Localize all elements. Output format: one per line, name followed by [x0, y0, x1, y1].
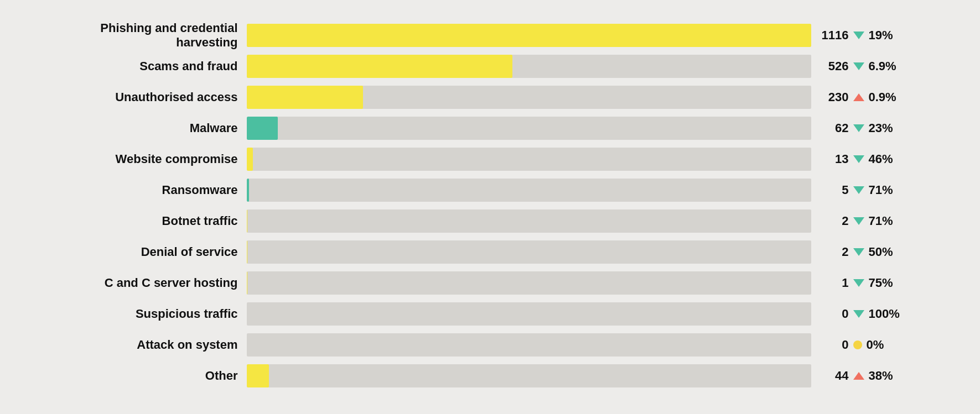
row-label-suspicious: Suspicious traffic: [42, 307, 247, 321]
bar-track-botnet: [247, 209, 811, 233]
row-pct-attack: 0%: [867, 338, 900, 352]
bar-track-malware: [247, 117, 811, 140]
arrow-down-icon-dos: [853, 248, 864, 256]
chart-row-phishing: Phishing and credential harvesting111619…: [42, 22, 938, 49]
bar-fill-other: [247, 364, 269, 387]
bar-fill-unauth: [247, 86, 363, 109]
row-stats-unauth: 2300.9%: [811, 90, 938, 104]
bar-track-dos: [247, 240, 811, 264]
row-label-candc: C and C server hosting: [42, 276, 247, 290]
bar-track-attack: [247, 333, 811, 357]
neutral-icon-attack: [853, 340, 862, 349]
bar-track-unauth: [247, 86, 811, 109]
row-label-malware: Malware: [42, 121, 247, 135]
row-pct-ransomware: 71%: [869, 183, 902, 197]
row-count-website: 13: [821, 152, 849, 166]
row-pct-botnet: 71%: [869, 214, 902, 228]
row-pct-candc: 75%: [869, 276, 902, 290]
chart-row-scams: Scams and fraud5266.9%: [42, 53, 938, 80]
arrow-down-icon-phishing: [853, 32, 864, 39]
arrow-down-icon-website: [853, 155, 864, 163]
bar-track-ransomware: [247, 179, 811, 202]
row-pct-unauth: 0.9%: [869, 90, 902, 104]
chart-container: Phishing and credential harvesting111619…: [20, 5, 961, 410]
chart-row-candc: C and C server hosting175%: [42, 269, 938, 297]
arrow-down-icon-scams: [853, 62, 864, 70]
bar-track-other: [247, 364, 811, 387]
row-stats-attack: 00%: [811, 338, 938, 352]
bar-fill-phishing: [247, 24, 811, 47]
chart-row-attack: Attack on system00%: [42, 331, 938, 359]
row-count-attack: 0: [821, 338, 849, 352]
arrow-down-icon-ransomware: [853, 186, 864, 194]
arrow-up-icon-unauth: [853, 93, 864, 101]
row-label-botnet: Botnet traffic: [42, 214, 247, 228]
row-stats-scams: 5266.9%: [811, 59, 938, 74]
bar-fill-botnet: [247, 209, 248, 233]
row-stats-suspicious: 0100%: [811, 307, 938, 321]
bar-fill-website: [247, 148, 253, 171]
row-count-botnet: 2: [821, 214, 849, 228]
row-label-attack: Attack on system: [42, 338, 247, 352]
row-pct-scams: 6.9%: [869, 59, 902, 74]
bar-fill-candc: [247, 271, 247, 295]
row-label-ransomware: Ransomware: [42, 183, 247, 197]
row-label-phishing: Phishing and credential harvesting: [42, 21, 247, 50]
row-pct-phishing: 19%: [869, 28, 902, 43]
row-pct-website: 46%: [869, 152, 902, 166]
row-stats-malware: 6223%: [811, 121, 938, 135]
row-count-unauth: 230: [821, 90, 849, 104]
row-count-other: 44: [821, 369, 849, 383]
bar-fill-ransomware: [247, 179, 250, 202]
row-count-dos: 2: [821, 245, 849, 259]
row-count-malware: 62: [821, 121, 849, 135]
row-label-unauth: Unauthorised access: [42, 90, 247, 104]
chart-row-botnet: Botnet traffic271%: [42, 207, 938, 235]
chart-row-ransomware: Ransomware571%: [42, 176, 938, 204]
row-label-scams: Scams and fraud: [42, 59, 247, 74]
row-label-dos: Denial of service: [42, 245, 247, 259]
bar-track-suspicious: [247, 302, 811, 326]
bar-fill-malware: [247, 117, 278, 140]
bar-fill-scams: [247, 55, 512, 78]
arrow-down-icon-suspicious: [853, 310, 864, 318]
row-pct-suspicious: 100%: [869, 307, 902, 321]
row-count-phishing: 1116: [821, 28, 849, 43]
chart-row-website: Website compromise1346%: [42, 145, 938, 173]
chart-row-malware: Malware6223%: [42, 114, 938, 142]
row-count-suspicious: 0: [821, 307, 849, 321]
bar-track-website: [247, 148, 811, 171]
chart-row-suspicious: Suspicious traffic0100%: [42, 300, 938, 328]
row-stats-phishing: 111619%: [811, 28, 938, 43]
chart-row-dos: Denial of service250%: [42, 238, 938, 266]
arrow-down-icon-botnet: [853, 217, 864, 225]
row-stats-botnet: 271%: [811, 214, 938, 228]
row-pct-dos: 50%: [869, 245, 902, 259]
arrow-down-icon-malware: [853, 124, 864, 132]
row-label-website: Website compromise: [42, 152, 247, 166]
bar-track-phishing: [247, 24, 811, 47]
chart-row-unauth: Unauthorised access2300.9%: [42, 83, 938, 111]
row-stats-ransomware: 571%: [811, 183, 938, 197]
row-pct-other: 38%: [869, 369, 902, 383]
chart-row-other: Other4438%: [42, 362, 938, 390]
arrow-down-icon-candc: [853, 279, 864, 287]
row-count-scams: 526: [821, 59, 849, 74]
bar-track-candc: [247, 271, 811, 295]
bar-fill-dos: [247, 240, 248, 264]
row-count-candc: 1: [821, 276, 849, 290]
row-count-ransomware: 5: [821, 183, 849, 197]
row-stats-website: 1346%: [811, 152, 938, 166]
arrow-up-icon-other: [853, 372, 864, 380]
bar-track-scams: [247, 55, 811, 78]
row-label-other: Other: [42, 369, 247, 383]
row-stats-other: 4438%: [811, 369, 938, 383]
row-stats-dos: 250%: [811, 245, 938, 259]
row-pct-malware: 23%: [869, 121, 902, 135]
row-stats-candc: 175%: [811, 276, 938, 290]
